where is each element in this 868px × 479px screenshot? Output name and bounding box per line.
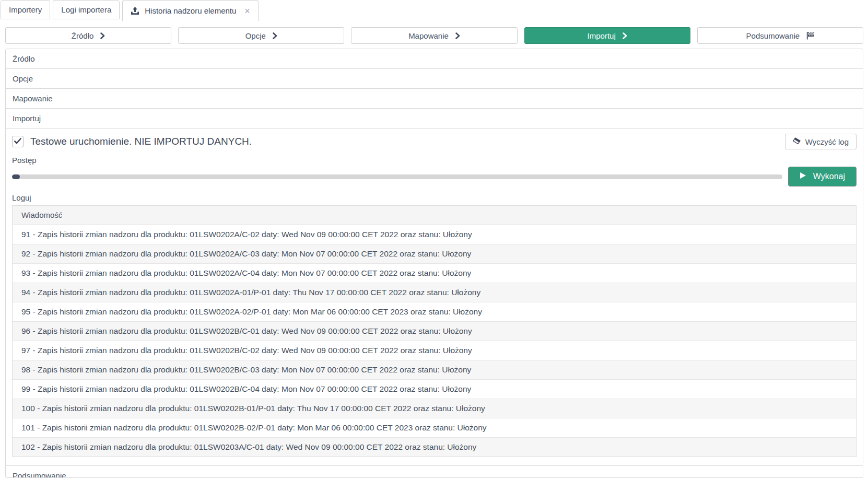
checkmark-icon (14, 137, 21, 146)
log-row[interactable]: 99 - Zapis historii zmian nadzoru dla pr… (13, 380, 856, 399)
importuj-section-content: Testowe uruchomienie. NIE IMPORTUJ DANYC… (6, 128, 863, 465)
step-importuj-button[interactable]: Importuj (524, 27, 690, 44)
execute-label: Wykonaj (813, 172, 845, 181)
tab-importery[interactable]: Importery (1, 0, 50, 19)
log-row[interactable]: 94 - Zapis historii zmian nadzoru dla pr… (13, 283, 856, 302)
tab-historia-nadzoru-elementu[interactable]: Historia nadzoru elementu × (122, 0, 259, 21)
wizard-steps: Źródło Opcje Mapowanie Importuj Podsumow… (5, 27, 863, 44)
tab-logi-importera[interactable]: Logi importera (53, 0, 120, 19)
log-row[interactable]: 101 - Zapis historii zmian nadzoru dla p… (13, 418, 856, 438)
clear-log-button[interactable]: Wyczyść log (785, 134, 857, 149)
accordion-header-importuj[interactable]: Importuj (6, 109, 863, 128)
eraser-icon (793, 137, 801, 146)
step-label: Podsumowanie (746, 31, 800, 40)
wizard-accordion-panel: Źródło Opcje Mapowanie Importuj Testowe … (5, 49, 863, 478)
accordion-header-podsumowanie[interactable]: Podsumowanie (6, 465, 863, 478)
progress-bar (12, 174, 782, 179)
clear-log-label: Wyczyść log (805, 137, 849, 146)
test-run-option: Testowe uruchomienie. NIE IMPORTUJ DANYC… (12, 136, 252, 147)
test-run-row: Testowe uruchomienie. NIE IMPORTUJ DANYC… (12, 134, 857, 149)
step-opcje-button[interactable]: Opcje (178, 27, 344, 44)
log-row[interactable]: 100 - Zapis historii zmian nadzoru dla p… (13, 399, 856, 418)
log-table: Wiadomość 91 - Zapis historii zmian nadz… (12, 205, 857, 457)
log-table-body: 91 - Zapis historii zmian nadzoru dla pr… (13, 225, 856, 457)
log-label: Loguj (12, 193, 857, 202)
upload-icon (131, 7, 139, 15)
tab-bar: Importery Logi importera Historia nadzor… (0, 0, 868, 21)
chevron-right-icon (273, 32, 277, 39)
step-label: Importuj (588, 31, 616, 40)
log-row[interactable]: 96 - Zapis historii zmian nadzoru dla pr… (13, 322, 856, 341)
log-row[interactable]: 102 - Zapis historii zmian nadzoru dla p… (13, 438, 856, 457)
progress-value (12, 174, 20, 179)
step-podsumowanie-button[interactable]: Podsumowanie (697, 27, 863, 44)
tab-label: Logi importera (61, 5, 111, 14)
tab-label: Historia nadzoru elementu (145, 6, 236, 15)
chevron-right-icon (100, 32, 105, 39)
play-icon (800, 172, 806, 181)
step-zrodlo-button[interactable]: Źródło (5, 27, 171, 44)
accordion-header-mapowanie[interactable]: Mapowanie (6, 89, 863, 109)
log-row[interactable]: 97 - Zapis historii zmian nadzoru dla pr… (13, 341, 856, 360)
execute-button[interactable]: Wykonaj (788, 167, 857, 186)
chevron-right-icon (623, 32, 627, 39)
step-mapowanie-button[interactable]: Mapowanie (351, 27, 517, 44)
close-icon[interactable]: × (244, 6, 250, 16)
log-row[interactable]: 98 - Zapis historii zmian nadzoru dla pr… (13, 360, 856, 380)
log-row[interactable]: 91 - Zapis historii zmian nadzoru dla pr… (13, 225, 856, 244)
step-label: Źródło (72, 31, 94, 40)
log-row[interactable]: 92 - Zapis historii zmian nadzoru dla pr… (13, 244, 856, 264)
progress-label: Postęp (12, 156, 857, 165)
step-label: Mapowanie (408, 31, 449, 40)
step-label: Opcje (245, 31, 266, 40)
accordion-header-zrodlo[interactable]: Źródło (6, 49, 863, 69)
finish-flag-icon (806, 31, 814, 40)
chevron-right-icon (455, 32, 460, 39)
tab-label: Importery (9, 5, 42, 14)
test-run-checkbox[interactable] (12, 136, 24, 147)
log-table-header: Wiadomość (13, 206, 856, 225)
log-row[interactable]: 95 - Zapis historii zmian nadzoru dla pr… (13, 302, 856, 322)
log-row[interactable]: 93 - Zapis historii zmian nadzoru dla pr… (13, 264, 856, 283)
progress-row: Wykonaj (12, 167, 857, 186)
test-run-label: Testowe uruchomienie. NIE IMPORTUJ DANYC… (30, 136, 252, 147)
accordion-header-opcje[interactable]: Opcje (6, 69, 863, 89)
